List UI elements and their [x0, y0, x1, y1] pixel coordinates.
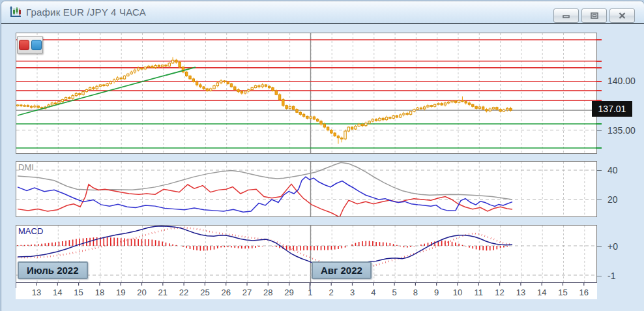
- level-end-stub: [596, 123, 602, 125]
- macd-panel[interactable]: [16, 225, 597, 283]
- axis-tick: [596, 200, 602, 200]
- level-end-stub: [596, 81, 602, 82]
- date-label: 10: [453, 288, 462, 297]
- title-bar[interactable]: График EUR /JPY 4 ЧАСА: [1, 1, 644, 23]
- date-label: 15: [74, 288, 83, 297]
- level-end-stub: [596, 147, 602, 149]
- axis-tick: [596, 130, 602, 131]
- date-label: 8: [413, 288, 418, 297]
- date-label: 4: [371, 288, 375, 297]
- axis-tick: [596, 276, 602, 276]
- date-label: 2: [329, 288, 334, 297]
- minimize-button[interactable]: [553, 8, 579, 23]
- date-label: 20: [137, 288, 146, 297]
- date-label: 13: [32, 288, 41, 297]
- restore-button[interactable]: [581, 8, 607, 23]
- date-label: 29: [284, 288, 293, 297]
- chart-window: График EUR /JPY 4 ЧАСА DMI MACD Июль 202…: [1, 1, 644, 311]
- dmi-panel[interactable]: [16, 161, 597, 217]
- macd-chart-canvas: [16, 226, 596, 282]
- date-label: 22: [179, 288, 188, 297]
- date-label: 5: [392, 288, 396, 297]
- date-label: 21: [158, 288, 168, 297]
- date-label: 9: [434, 288, 439, 297]
- level-end-stub: [596, 67, 602, 68]
- date-label: 15: [558, 288, 567, 297]
- close-button[interactable]: [609, 8, 635, 23]
- date-label: 26: [221, 288, 230, 297]
- date-label: 3: [350, 288, 355, 297]
- price-axis-label: 140.00: [607, 76, 636, 86]
- date-axis[interactable]: 1314151819202122252627282912345891011121…: [16, 283, 597, 299]
- date-label: 28: [263, 288, 272, 297]
- blue-tool-button[interactable]: [31, 40, 42, 50]
- dmi-axis-label: 40: [607, 165, 618, 175]
- minimize-icon: [563, 13, 570, 19]
- red-tool-button[interactable]: [19, 40, 29, 50]
- window-title: График EUR /JPY 4 ЧАСА: [26, 7, 146, 18]
- macd-axis-label: +0: [607, 241, 618, 252]
- date-label: 16: [579, 288, 589, 297]
- date-label: 13: [516, 288, 525, 297]
- month-badge-august: Авг 2022: [312, 261, 372, 279]
- date-label: 14: [537, 288, 546, 297]
- month-badge-july: Июль 2022: [18, 261, 88, 279]
- restore-icon: [591, 12, 598, 19]
- dmi-indicator-label: DMI: [18, 162, 34, 172]
- chart-mini-toolbar: [17, 36, 43, 54]
- price-axis-label: 135.00: [607, 125, 636, 136]
- date-label: 12: [495, 288, 504, 297]
- date-label: 25: [200, 288, 209, 297]
- chart-window-icon: [9, 6, 22, 19]
- date-label: 27: [242, 288, 252, 297]
- axis-tick: [596, 170, 602, 171]
- date-label: 1: [308, 288, 312, 297]
- level-end-stub: [596, 61, 602, 62]
- macd-axis-label: -1: [607, 271, 615, 281]
- dmi-axis-label: 20: [607, 194, 618, 205]
- date-label: 14: [53, 288, 62, 297]
- date-label: 11: [475, 288, 484, 297]
- axis-tick: [596, 246, 602, 247]
- close-icon: [619, 12, 626, 19]
- level-end-stub: [596, 90, 602, 91]
- dmi-chart-canvas: [16, 162, 596, 216]
- macd-indicator-label: MACD: [18, 226, 43, 236]
- date-label: 19: [116, 288, 125, 297]
- price-chart-canvas: [16, 33, 596, 153]
- price-panel[interactable]: [16, 33, 597, 154]
- chart-client-area: DMI MACD Июль 2022 Авг 2022 131415181920…: [1, 23, 644, 311]
- current-price-tag: 137.01: [592, 101, 632, 117]
- level-end-stub: [596, 39, 602, 40]
- date-label: 18: [95, 288, 104, 297]
